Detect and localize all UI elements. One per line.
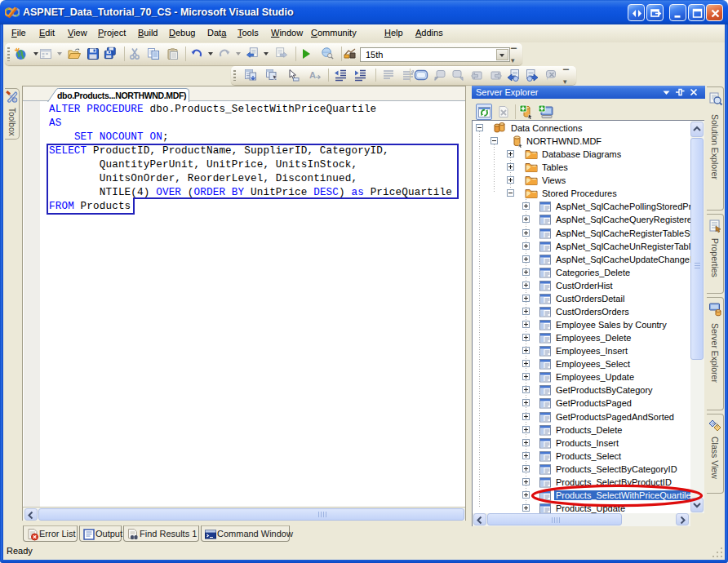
svg-text:A: A — [309, 70, 316, 80]
